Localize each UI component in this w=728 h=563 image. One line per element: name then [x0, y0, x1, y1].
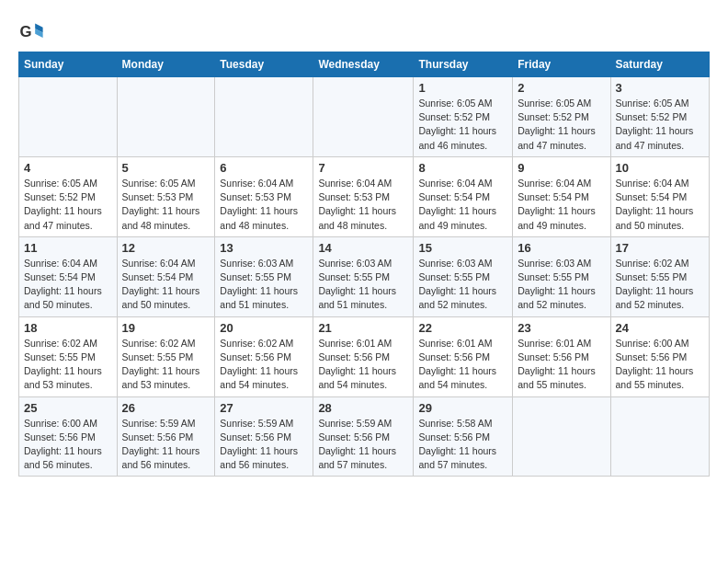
day-number: 13: [220, 241, 308, 255]
calendar-cell: 11Sunrise: 6:04 AMSunset: 5:54 PMDayligh…: [19, 236, 118, 316]
weekday-header: Saturday: [610, 52, 710, 77]
calendar-cell: 29Sunrise: 5:58 AMSunset: 5:56 PMDayligh…: [414, 396, 513, 477]
day-number: 19: [122, 321, 210, 335]
day-info: Sunrise: 5:58 AMSunset: 5:56 PMDaylight:…: [418, 417, 507, 473]
day-number: 15: [418, 241, 507, 255]
calendar-cell: 10Sunrise: 6:04 AMSunset: 5:54 PMDayligh…: [610, 156, 710, 236]
day-number: 28: [318, 401, 408, 415]
calendar-week-row: 4Sunrise: 6:05 AMSunset: 5:52 PMDaylight…: [19, 156, 710, 236]
day-number: 20: [220, 321, 308, 335]
calendar-cell: 17Sunrise: 6:02 AMSunset: 5:55 PMDayligh…: [610, 236, 710, 316]
day-number: 22: [418, 321, 507, 335]
day-number: 25: [24, 401, 112, 415]
day-info: Sunrise: 6:03 AMSunset: 5:55 PMDaylight:…: [318, 257, 408, 313]
calendar-cell: 8Sunrise: 6:04 AMSunset: 5:54 PMDaylight…: [414, 156, 513, 236]
calendar-cell: 16Sunrise: 6:03 AMSunset: 5:55 PMDayligh…: [513, 236, 610, 316]
calendar-cell: 1Sunrise: 6:05 AMSunset: 5:52 PMDaylight…: [414, 77, 513, 157]
day-number: 17: [616, 241, 705, 255]
calendar-cell: 6Sunrise: 6:04 AMSunset: 5:53 PMDaylight…: [215, 156, 313, 236]
calendar-week-row: 25Sunrise: 6:00 AMSunset: 5:56 PMDayligh…: [19, 396, 710, 477]
day-info: Sunrise: 6:03 AMSunset: 5:55 PMDaylight:…: [418, 257, 507, 313]
calendar-body: 1Sunrise: 6:05 AMSunset: 5:52 PMDaylight…: [19, 77, 710, 477]
day-number: 24: [616, 321, 705, 335]
calendar-cell: 2Sunrise: 6:05 AMSunset: 5:52 PMDaylight…: [513, 77, 610, 157]
day-number: 11: [24, 241, 112, 255]
weekday-header: Wednesday: [313, 52, 414, 77]
calendar-cell: 12Sunrise: 6:04 AMSunset: 5:54 PMDayligh…: [117, 236, 215, 316]
header-section: G: [18, 15, 710, 44]
calendar-table: SundayMondayTuesdayWednesdayThursdayFrid…: [18, 52, 710, 477]
day-number: 6: [220, 161, 308, 175]
calendar-cell: 23Sunrise: 6:01 AMSunset: 5:56 PMDayligh…: [513, 316, 610, 396]
calendar-cell: 19Sunrise: 6:02 AMSunset: 5:55 PMDayligh…: [117, 316, 215, 396]
day-info: Sunrise: 6:00 AMSunset: 5:56 PMDaylight:…: [24, 417, 112, 473]
day-info: Sunrise: 5:59 AMSunset: 5:56 PMDaylight:…: [318, 417, 408, 473]
day-number: 16: [518, 241, 605, 255]
day-info: Sunrise: 6:05 AMSunset: 5:52 PMDaylight:…: [518, 97, 605, 153]
calendar-week-row: 18Sunrise: 6:02 AMSunset: 5:55 PMDayligh…: [19, 316, 710, 396]
calendar-cell: 20Sunrise: 6:02 AMSunset: 5:56 PMDayligh…: [215, 316, 313, 396]
calendar-cell: 24Sunrise: 6:00 AMSunset: 5:56 PMDayligh…: [610, 316, 710, 396]
day-number: 5: [122, 161, 210, 175]
calendar-cell: 28Sunrise: 5:59 AMSunset: 5:56 PMDayligh…: [313, 396, 414, 477]
day-info: Sunrise: 6:04 AMSunset: 5:54 PMDaylight:…: [616, 177, 705, 233]
day-info: Sunrise: 6:01 AMSunset: 5:56 PMDaylight:…: [418, 337, 507, 393]
day-info: Sunrise: 6:02 AMSunset: 5:55 PMDaylight:…: [122, 337, 210, 393]
day-info: Sunrise: 6:04 AMSunset: 5:53 PMDaylight:…: [220, 177, 308, 233]
calendar-cell: 5Sunrise: 6:05 AMSunset: 5:53 PMDaylight…: [117, 156, 215, 236]
calendar-week-row: 1Sunrise: 6:05 AMSunset: 5:52 PMDaylight…: [19, 77, 710, 157]
svg-text:G: G: [19, 23, 31, 40]
calendar-cell: 26Sunrise: 5:59 AMSunset: 5:56 PMDayligh…: [117, 396, 215, 477]
day-info: Sunrise: 5:59 AMSunset: 5:56 PMDaylight:…: [220, 417, 308, 473]
calendar-cell: 22Sunrise: 6:01 AMSunset: 5:56 PMDayligh…: [414, 316, 513, 396]
weekday-header: Thursday: [414, 52, 513, 77]
day-info: Sunrise: 6:00 AMSunset: 5:56 PMDaylight:…: [616, 337, 705, 393]
day-number: 8: [418, 161, 507, 175]
day-number: 2: [518, 81, 605, 95]
calendar-cell: 13Sunrise: 6:03 AMSunset: 5:55 PMDayligh…: [215, 236, 313, 316]
day-number: 1: [418, 81, 507, 95]
calendar-cell: 3Sunrise: 6:05 AMSunset: 5:52 PMDaylight…: [610, 77, 710, 157]
day-number: 14: [318, 241, 408, 255]
weekday-header: Tuesday: [215, 52, 313, 77]
logo: G: [18, 18, 48, 44]
day-info: Sunrise: 6:04 AMSunset: 5:54 PMDaylight:…: [518, 177, 605, 233]
day-info: Sunrise: 6:03 AMSunset: 5:55 PMDaylight:…: [518, 257, 605, 313]
day-info: Sunrise: 6:05 AMSunset: 5:52 PMDaylight:…: [24, 177, 112, 233]
day-number: 12: [122, 241, 210, 255]
calendar-cell: [19, 77, 118, 157]
day-info: Sunrise: 6:01 AMSunset: 5:56 PMDaylight:…: [518, 337, 605, 393]
day-info: Sunrise: 6:04 AMSunset: 5:54 PMDaylight:…: [24, 257, 112, 313]
day-number: 18: [24, 321, 112, 335]
day-info: Sunrise: 6:04 AMSunset: 5:53 PMDaylight:…: [318, 177, 408, 233]
day-info: Sunrise: 6:04 AMSunset: 5:54 PMDaylight:…: [418, 177, 507, 233]
calendar-cell: [215, 77, 313, 157]
day-number: 4: [24, 161, 112, 175]
day-number: 9: [518, 161, 605, 175]
weekday-header: Monday: [117, 52, 215, 77]
day-number: 26: [122, 401, 210, 415]
calendar-cell: [610, 396, 710, 477]
calendar-cell: 7Sunrise: 6:04 AMSunset: 5:53 PMDaylight…: [313, 156, 414, 236]
day-number: 23: [518, 321, 605, 335]
calendar-cell: 4Sunrise: 6:05 AMSunset: 5:52 PMDaylight…: [19, 156, 118, 236]
calendar-cell: 21Sunrise: 6:01 AMSunset: 5:56 PMDayligh…: [313, 316, 414, 396]
day-number: 3: [616, 81, 705, 95]
day-number: 7: [318, 161, 408, 175]
calendar-cell: 27Sunrise: 5:59 AMSunset: 5:56 PMDayligh…: [215, 396, 313, 477]
calendar-cell: [313, 77, 414, 157]
day-info: Sunrise: 6:04 AMSunset: 5:54 PMDaylight:…: [122, 257, 210, 313]
calendar-cell: 15Sunrise: 6:03 AMSunset: 5:55 PMDayligh…: [414, 236, 513, 316]
day-info: Sunrise: 6:03 AMSunset: 5:55 PMDaylight:…: [220, 257, 308, 313]
day-number: 29: [418, 401, 507, 415]
calendar-cell: 18Sunrise: 6:02 AMSunset: 5:55 PMDayligh…: [19, 316, 118, 396]
header-row: SundayMondayTuesdayWednesdayThursdayFrid…: [19, 52, 710, 77]
day-info: Sunrise: 6:02 AMSunset: 5:56 PMDaylight:…: [220, 337, 308, 393]
calendar-cell: 14Sunrise: 6:03 AMSunset: 5:55 PMDayligh…: [313, 236, 414, 316]
day-number: 10: [616, 161, 705, 175]
calendar-cell: [117, 77, 215, 157]
day-info: Sunrise: 6:05 AMSunset: 5:52 PMDaylight:…: [418, 97, 507, 153]
day-number: 27: [220, 401, 308, 415]
day-info: Sunrise: 5:59 AMSunset: 5:56 PMDaylight:…: [122, 417, 210, 473]
day-info: Sunrise: 6:02 AMSunset: 5:55 PMDaylight:…: [24, 337, 112, 393]
